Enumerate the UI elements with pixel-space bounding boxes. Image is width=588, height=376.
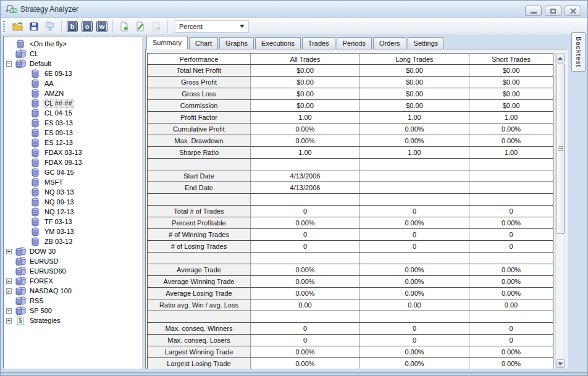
maximize-icon (550, 9, 556, 14)
tree-item-ym-03-13[interactable]: YM 03-13 (4, 227, 141, 236)
tree-item-fdax-09-13[interactable]: FDAX 09-13 (4, 157, 141, 167)
tree-item-sp-500[interactable]: SP 500 (4, 306, 141, 315)
collapse-minus-icon[interactable] (6, 61, 12, 67)
table-row-total-net-profit: Total Net Profit$0.00$0.00$0.00 (148, 65, 553, 77)
triangle-up-icon (558, 57, 563, 60)
row-label: Average Winning Trade (148, 276, 251, 287)
tab-settings[interactable]: Settings (408, 37, 445, 49)
scroll-up-button[interactable] (556, 54, 565, 62)
tree-item-label: Default (28, 60, 52, 68)
tree-item-nasdaq-100[interactable]: NASDAQ 100 (4, 286, 141, 296)
scroll-down-button[interactable] (556, 359, 565, 368)
tab-orders[interactable]: Orders (373, 37, 406, 49)
orders-button[interactable]: o (82, 21, 93, 32)
row-value: 0.00 (251, 299, 360, 311)
display-mode-select[interactable]: Percent (175, 20, 249, 33)
table-row-commission: Commission$0.00$0.00$0.00 (148, 100, 553, 112)
tab-trades[interactable]: Trades (302, 37, 335, 49)
database-group-icon (15, 49, 26, 59)
expand-plus-icon[interactable] (6, 318, 12, 324)
scrollbar-thumb[interactable] (556, 64, 565, 234)
tree-item-label: RSS (28, 297, 45, 305)
expand-plus-icon[interactable] (6, 278, 12, 284)
tree-item-cl[interactable]: CL ##-## (4, 98, 141, 108)
table-row-max-conseq-winners: Max. conseq. Winners000 (148, 323, 553, 335)
row-label: Gross Profit (148, 77, 251, 88)
row-label: Max. conseq. Losers (148, 335, 251, 346)
tree-item-fdax-03-13[interactable]: FDAX 03-13 (4, 148, 141, 157)
tree-item-eurusd60[interactable]: EURUSD60 (4, 266, 141, 276)
table-row-sharpe-ratio: Sharpe Ratio1.001.001.00 (148, 147, 553, 159)
add-button[interactable] (117, 20, 131, 33)
tree-indent (6, 288, 12, 294)
expand-plus-icon[interactable] (6, 308, 12, 314)
maximize-button[interactable] (545, 6, 561, 16)
tree-item-aa[interactable]: AA (4, 78, 141, 88)
tree-item-nq-09-13[interactable]: NQ 09-13 (4, 197, 141, 207)
tree-item-label: <On the fly> (28, 40, 68, 48)
tree-item-6e-09-13[interactable]: 6E 09-13 (4, 69, 141, 78)
tree-item-es-12-13[interactable]: ES 12-13 (4, 138, 141, 148)
tree-item-gc-04-15[interactable]: GC 04-15 (4, 167, 141, 177)
row-value (251, 253, 360, 264)
workspace-button[interactable]: w (96, 21, 107, 32)
remove-document-icon (151, 22, 161, 31)
tree-item-tf-03-13[interactable]: TF 03-13 (4, 217, 141, 227)
bars-button[interactable]: b (67, 21, 78, 32)
row-value: $0.00 (469, 65, 553, 76)
row-value: $0.00 (251, 65, 360, 76)
save-button[interactable] (27, 20, 41, 33)
chevron-down-icon (240, 25, 245, 28)
edit-button[interactable] (133, 20, 147, 33)
minimize-button[interactable] (525, 6, 542, 16)
tab-executions[interactable]: Executions (255, 37, 301, 49)
row-value: 0.00% (251, 123, 360, 135)
tree-item-default[interactable]: Default (4, 59, 141, 69)
table-row-total-of-trades: Total # of Trades000 (148, 206, 553, 217)
row-value: 0.00% (360, 135, 469, 146)
tree-item-msft[interactable]: MSFT (4, 177, 141, 187)
tab-backtest[interactable]: Backtest (571, 32, 586, 72)
row-value: $0.00 (360, 100, 469, 111)
database-icon (30, 69, 41, 78)
tree-item-cl-04-15[interactable]: CL 04-15 (4, 108, 141, 118)
display-button[interactable] (43, 20, 57, 33)
tree-item-nq-03-13[interactable]: NQ 03-13 (4, 187, 141, 197)
vertical-scrollbar[interactable] (555, 53, 565, 369)
tree-item-amzn[interactable]: AMZN (4, 88, 141, 98)
row-value: 0 (251, 241, 360, 252)
tab-summary[interactable]: Summary (146, 36, 188, 49)
tree-item-dow-30[interactable]: DOW 30 (4, 246, 141, 256)
window-resize-edge[interactable] (1, 372, 587, 374)
tree-item-eurusd[interactable]: EURUSD (4, 256, 141, 266)
tree-indent (6, 249, 12, 254)
expand-plus-icon[interactable] (6, 249, 12, 254)
tree-item-nq-12-13[interactable]: NQ 12-13 (4, 207, 141, 217)
row-label: Largest Winning Trade (148, 346, 251, 357)
tree-item-es-09-13[interactable]: ES 09-13 (4, 128, 141, 138)
row-value (469, 170, 553, 182)
tree-indent (6, 308, 12, 314)
row-value: 0.00% (251, 264, 360, 275)
tree-item-forex[interactable]: FOREX (4, 276, 141, 286)
tab-periods[interactable]: Periods (337, 37, 372, 49)
row-value: 0.00% (360, 346, 469, 357)
row-value: $0.00 (360, 65, 469, 76)
toolbar-grip[interactable] (3, 21, 5, 32)
tree-item-on-the-fly[interactable]: <On the fly> (4, 39, 141, 49)
tree-item-es-03-13[interactable]: ES 03-13 (4, 118, 141, 128)
tree-item-cl[interactable]: CL (4, 49, 141, 59)
tree-item-rss[interactable]: RSS (4, 296, 141, 306)
row-value (360, 170, 469, 182)
open-button[interactable] (11, 20, 25, 33)
tab-graphs[interactable]: Graphs (219, 37, 254, 49)
remove-button (149, 20, 163, 33)
row-value (251, 311, 360, 322)
close-button[interactable] (565, 6, 581, 16)
row-value: 0.00% (469, 135, 553, 146)
tree-item-strategies[interactable]: $Strategies (4, 315, 141, 325)
tab-chart[interactable]: Chart (189, 37, 218, 49)
row-value: 0.00 (469, 299, 553, 311)
expand-plus-icon[interactable] (6, 288, 12, 294)
tree-item-zb-03-13[interactable]: ZB 03-13 (4, 236, 141, 246)
